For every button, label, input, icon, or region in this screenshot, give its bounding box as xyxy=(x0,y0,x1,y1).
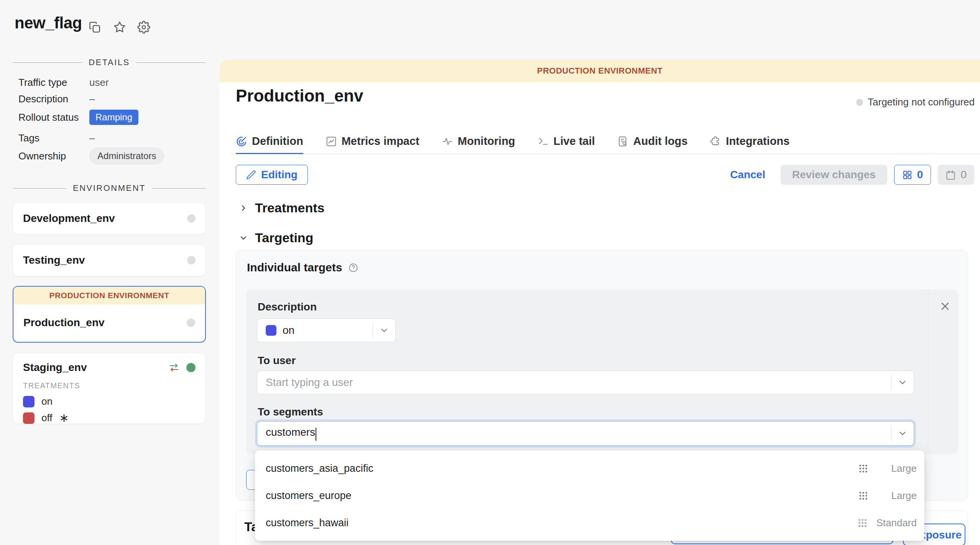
changes-counter-button[interactable]: 0 xyxy=(894,165,931,185)
tab-label: Audit logs xyxy=(633,135,688,148)
sync-arrows-icon xyxy=(168,362,180,373)
text-cursor xyxy=(316,428,316,441)
tab-integrations[interactable]: Integrations xyxy=(710,130,789,154)
treatment-select[interactable]: on xyxy=(257,318,396,342)
help-icon[interactable] xyxy=(348,263,358,273)
individual-target-card: Description on To user Start typing a us… xyxy=(246,289,958,454)
treatments-section-toggle[interactable]: Treatments xyxy=(239,200,324,215)
rollout-status-badge: Ramping xyxy=(89,110,138,125)
production-environment-banner: PRODUCTION ENVIRONMENT xyxy=(220,59,980,82)
tab-audit-logs[interactable]: Audit logs xyxy=(617,130,688,154)
segment-name: customers_asia_pacific xyxy=(266,463,858,474)
chevron-down-icon xyxy=(898,378,908,387)
segment-size-label: Large xyxy=(877,490,917,502)
card-rail-divider xyxy=(928,289,928,454)
description-label: Description xyxy=(258,301,317,313)
env-card-testing[interactable]: Testing_env xyxy=(13,244,206,276)
env-status-dot-active xyxy=(186,363,196,372)
close-icon[interactable] xyxy=(940,301,950,312)
review-changes-button[interactable]: Review changes xyxy=(781,165,887,185)
env-status-dot xyxy=(187,256,196,264)
detail-row-rollout-status: Rollout status Ramping xyxy=(18,110,138,125)
chevron-right-icon xyxy=(239,204,248,213)
star-icon[interactable] xyxy=(113,21,126,34)
environment-heading: ENVIRONMENT xyxy=(73,183,146,193)
env-card-development[interactable]: Development_env xyxy=(13,202,206,235)
scheduled-counter-button[interactable]: 0 xyxy=(938,165,974,185)
pencil-icon xyxy=(246,170,256,180)
env-card-production[interactable]: PRODUCTION ENVIRONMENT Production_env xyxy=(13,286,206,343)
treatment-color-swatch-on xyxy=(23,396,35,407)
detail-label: Description xyxy=(18,93,89,105)
env-name: Testing_env xyxy=(23,254,187,266)
segment-option-hawaii[interactable]: customers_hawaii Standard xyxy=(255,509,924,537)
segment-size-label: Large xyxy=(877,463,917,474)
detail-label: Rollout status xyxy=(18,112,89,123)
metrics-impact-icon xyxy=(326,136,337,147)
segment-option-europe[interactable]: customers_europe Large xyxy=(255,482,924,509)
chevron-down-icon xyxy=(898,428,908,438)
targeting-section-toggle[interactable]: Targeting xyxy=(239,230,313,245)
treatment-row-on: on xyxy=(23,396,196,407)
tab-metrics-impact[interactable]: Metrics impact xyxy=(326,130,419,154)
targeting-status: Targeting not configured xyxy=(856,96,975,108)
default-treatment-asterisk-icon xyxy=(59,413,69,423)
staging-header-row: Staging_env xyxy=(23,361,196,374)
status-text: Targeting not configured xyxy=(868,96,975,108)
sidebar: new_flag DETAILS Traffic type user Descr… xyxy=(0,0,220,545)
tab-live-tail[interactable]: Live tail xyxy=(538,130,595,154)
to-user-input[interactable]: Start typing a user xyxy=(257,371,914,394)
ownership-chip[interactable]: Administrators xyxy=(89,148,164,164)
detail-value: – xyxy=(89,93,95,105)
to-segments-value: customers xyxy=(266,426,315,438)
segment-size-label: Standard xyxy=(876,517,917,529)
segments-dropdown: customers_asia_pacific Large customers_e… xyxy=(255,450,924,541)
tab-label: Definition xyxy=(252,135,303,148)
calendar-icon xyxy=(945,170,956,180)
tab-definition[interactable]: Definition xyxy=(236,130,303,154)
env-card-staging[interactable]: Staging_env TREATMENTS on off xyxy=(13,353,206,424)
treatment-label: on xyxy=(41,396,53,407)
production-env-banner: PRODUCTION ENVIRONMENT xyxy=(13,287,205,304)
to-segments-input[interactable]: customers xyxy=(257,421,914,446)
divider xyxy=(136,62,206,63)
treatment-label: off xyxy=(41,412,52,424)
page-title: Production_env xyxy=(236,86,363,105)
detail-label: Ownership xyxy=(18,150,89,162)
select-divider xyxy=(373,323,373,338)
divider xyxy=(13,62,82,63)
detail-value: – xyxy=(89,132,95,144)
tab-label: Monitoring xyxy=(458,135,515,148)
tab-monitoring[interactable]: Monitoring xyxy=(442,130,515,154)
monitoring-icon xyxy=(442,136,453,147)
flag-title: new_flag xyxy=(15,14,82,32)
detail-row-traffic-type: Traffic type user xyxy=(18,77,109,89)
copy-icon[interactable] xyxy=(88,21,101,34)
exposure-button-label-partial: xposure xyxy=(920,529,962,541)
feature-flag-page: new_flag DETAILS Traffic type user Descr… xyxy=(0,0,980,545)
details-section-header: DETAILS xyxy=(13,57,206,67)
editing-button[interactable]: Editing xyxy=(236,165,308,185)
treatment-color-swatch-off xyxy=(23,412,35,424)
to-user-label: To user xyxy=(258,355,296,367)
env-status-dot xyxy=(187,214,196,223)
detail-value: user xyxy=(89,77,109,89)
detail-row-tags: Tags – xyxy=(18,132,95,144)
cancel-button[interactable]: Cancel xyxy=(730,169,765,181)
editing-label: Editing xyxy=(261,169,298,181)
treatment-row-off: off xyxy=(23,412,196,424)
env-name: Staging_env xyxy=(23,361,162,374)
changes-count: 0 xyxy=(917,169,923,181)
audit-logs-icon xyxy=(617,136,629,147)
grid-icon xyxy=(902,170,913,180)
gear-icon[interactable] xyxy=(137,21,150,34)
detail-row-description: Description – xyxy=(18,93,95,105)
environment-section-header: ENVIRONMENT xyxy=(13,183,206,193)
chevron-down-icon xyxy=(379,325,389,335)
to-user-placeholder: Start typing a user xyxy=(266,376,891,389)
select-divider xyxy=(891,425,891,442)
large-segment-icon xyxy=(858,491,868,501)
segment-option-asia-pacific[interactable]: customers_asia_pacific Large xyxy=(255,455,924,482)
detail-label: Traffic type xyxy=(18,77,89,89)
standard-segment-icon xyxy=(857,518,868,528)
